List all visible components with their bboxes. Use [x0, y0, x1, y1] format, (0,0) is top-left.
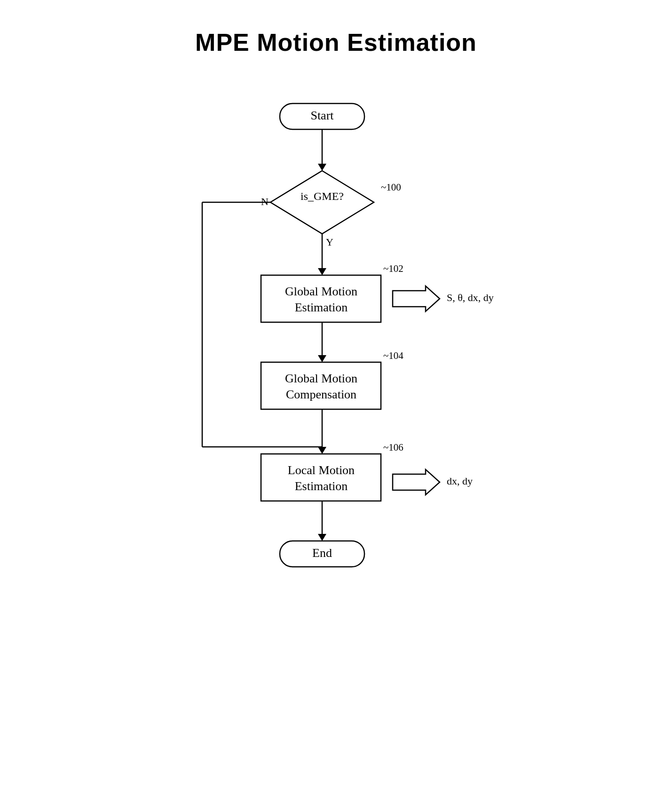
- svg-text:is_GME?: is_GME?: [300, 190, 344, 202]
- svg-marker-36: [318, 534, 326, 541]
- svg-text:N: N: [261, 196, 269, 207]
- svg-text:Y: Y: [326, 236, 333, 248]
- svg-text:dx, dy: dx, dy: [447, 475, 473, 487]
- svg-text:~104: ~104: [383, 350, 403, 361]
- flowchart-svg: text { font-family: 'Times New Roman', T…: [125, 94, 548, 753]
- page-title: MPE Motion Estimation: [195, 28, 477, 56]
- svg-marker-10: [318, 268, 326, 275]
- svg-rect-29: [261, 454, 381, 501]
- svg-text:Estimation: Estimation: [294, 479, 348, 493]
- svg-rect-19: [261, 362, 381, 409]
- svg-text:End: End: [312, 546, 332, 560]
- svg-text:S, θ, dx, dy: S, θ, dx, dy: [447, 292, 494, 303]
- svg-marker-33: [393, 469, 440, 495]
- svg-text:Compensation: Compensation: [285, 388, 356, 401]
- svg-marker-18: [318, 355, 326, 362]
- diagram-container: text { font-family: 'Times New Roman', T…: [125, 94, 548, 753]
- svg-text:Estimation: Estimation: [294, 301, 348, 314]
- svg-marker-3: [318, 164, 326, 171]
- svg-text:Global Motion: Global Motion: [285, 285, 357, 298]
- svg-marker-28: [318, 447, 326, 454]
- svg-rect-11: [261, 275, 381, 322]
- svg-text:Global Motion: Global Motion: [285, 372, 357, 385]
- svg-text:Start: Start: [310, 109, 334, 122]
- svg-marker-4: [270, 171, 374, 234]
- svg-text:~106: ~106: [383, 442, 403, 453]
- svg-text:~102: ~102: [383, 263, 403, 274]
- svg-marker-15: [393, 286, 440, 311]
- svg-text:~100: ~100: [381, 182, 401, 193]
- svg-text:Local Motion: Local Motion: [287, 463, 354, 477]
